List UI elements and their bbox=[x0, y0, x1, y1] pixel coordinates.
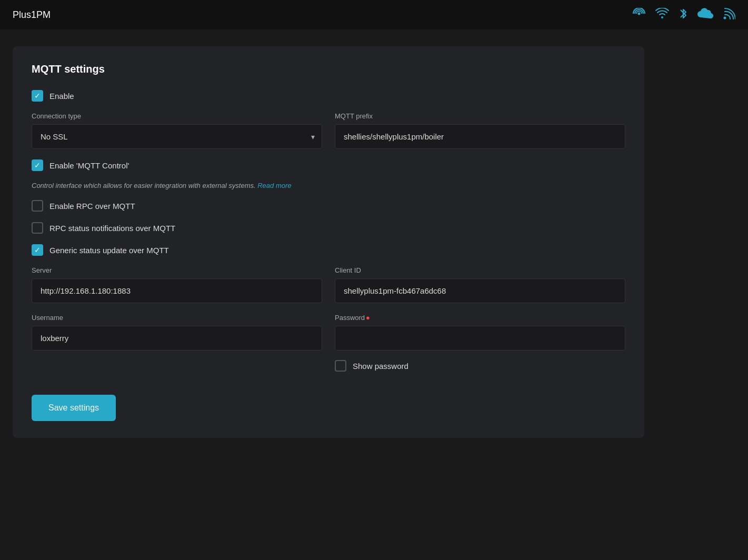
server-input[interactable] bbox=[32, 278, 322, 303]
username-label: Username bbox=[32, 314, 322, 322]
show-password-label: Show password bbox=[353, 362, 408, 371]
mqtt-prefix-group: MQTT prefix bbox=[335, 112, 625, 149]
generic-status-row: ✓ Generic status update over MQTT bbox=[32, 244, 625, 256]
connection-type-group: Connection type No SSL SSL TLS ▾ bbox=[32, 112, 322, 149]
checkmark-icon: ✓ bbox=[34, 92, 41, 99]
connection-mqtt-row: Connection type No SSL SSL TLS ▾ MQTT pr… bbox=[32, 112, 625, 149]
svg-point-0 bbox=[638, 13, 641, 15]
rpc-mqtt-label: Enable RPC over MQTT bbox=[49, 202, 135, 211]
app-title: Plus1PM bbox=[13, 9, 51, 21]
checkmark-icon: ✓ bbox=[34, 246, 41, 254]
rpc-status-checkbox[interactable]: ✓ bbox=[32, 222, 43, 234]
server-client-row: Server Client ID bbox=[32, 266, 625, 303]
read-more-link[interactable]: Read more bbox=[257, 182, 291, 189]
rpc-status-row: ✓ RPC status notifications over MQTT bbox=[32, 222, 625, 234]
generic-status-label: Generic status update over MQTT bbox=[49, 246, 169, 255]
rpc-mqtt-row: ✓ Enable RPC over MQTT bbox=[32, 200, 625, 212]
client-id-label: Client ID bbox=[335, 266, 625, 274]
show-password-checkbox[interactable]: ✓ bbox=[335, 360, 346, 372]
show-password-row: ✓ Show password bbox=[335, 360, 625, 372]
enable-row: ✓ Enable bbox=[32, 90, 625, 102]
rpc-mqtt-checkbox[interactable]: ✓ bbox=[32, 200, 43, 212]
mqtt-prefix-input[interactable] bbox=[335, 124, 625, 149]
card-title: MQTT settings bbox=[32, 63, 625, 75]
mqtt-settings-card: MQTT settings ✓ Enable Connection type N… bbox=[13, 46, 644, 438]
generic-status-checkbox[interactable]: ✓ bbox=[32, 244, 43, 256]
checkmark-icon: ✓ bbox=[34, 162, 41, 169]
client-id-group: Client ID bbox=[335, 266, 625, 303]
mqtt-control-checkbox[interactable]: ✓ bbox=[32, 159, 43, 171]
rss-icon bbox=[723, 7, 735, 22]
password-input[interactable] bbox=[335, 326, 625, 351]
save-settings-button[interactable]: Save settings bbox=[32, 395, 116, 421]
enable-checkbox[interactable]: ✓ bbox=[32, 90, 43, 102]
username-input[interactable] bbox=[32, 326, 322, 351]
radio-icon bbox=[632, 8, 646, 22]
topbar: Plus1PM bbox=[0, 0, 748, 29]
svg-point-1 bbox=[661, 16, 663, 18]
client-id-input[interactable] bbox=[335, 278, 625, 303]
connection-type-select[interactable]: No SSL SSL TLS bbox=[32, 124, 322, 149]
mqtt-prefix-label: MQTT prefix bbox=[335, 112, 625, 120]
cloud-icon bbox=[697, 8, 713, 22]
mqtt-control-label: Enable 'MQTT Control' bbox=[49, 161, 129, 170]
server-group: Server bbox=[32, 266, 322, 303]
password-label: Password● bbox=[335, 314, 625, 322]
rpc-status-label: RPC status notifications over MQTT bbox=[49, 224, 175, 233]
svg-point-2 bbox=[724, 17, 726, 19]
username-group: Username bbox=[32, 314, 322, 372]
server-label: Server bbox=[32, 266, 322, 274]
enable-label: Enable bbox=[49, 92, 74, 101]
topbar-icons bbox=[632, 7, 735, 23]
username-password-row: Username Password● ✓ Show password bbox=[32, 314, 625, 372]
required-indicator: ● bbox=[366, 314, 370, 322]
bluetooth-icon bbox=[679, 7, 688, 23]
connection-type-wrapper: No SSL SSL TLS ▾ bbox=[32, 124, 322, 149]
info-text-content: Control interface which allows for easie… bbox=[32, 182, 256, 189]
main-content: MQTT settings ✓ Enable Connection type N… bbox=[0, 29, 748, 455]
wifi-icon bbox=[655, 8, 669, 22]
password-group: Password● ✓ Show password bbox=[335, 314, 625, 372]
connection-type-label: Connection type bbox=[32, 112, 322, 120]
mqtt-control-info: Control interface which allows for easie… bbox=[32, 182, 625, 189]
mqtt-control-row: ✓ Enable 'MQTT Control' bbox=[32, 159, 625, 171]
